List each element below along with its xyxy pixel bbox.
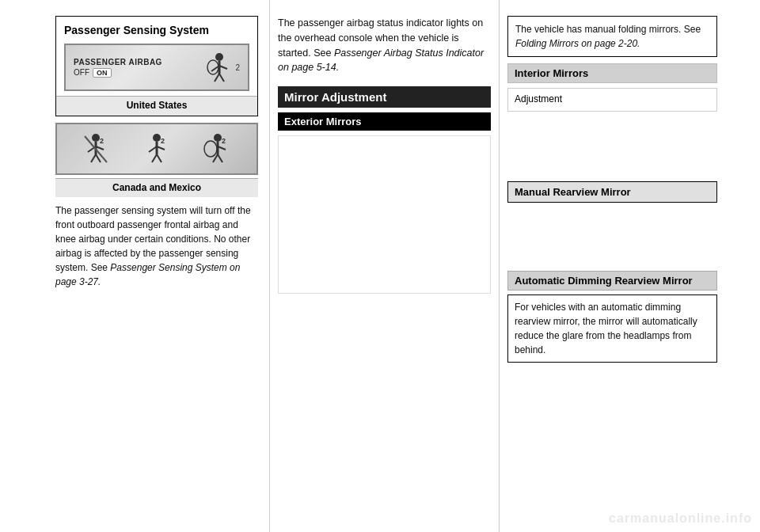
svg-line-11	[91, 154, 96, 162]
manual-rearview-header: Manual Rearview Mirror	[507, 181, 717, 203]
airbag-num: 2	[235, 63, 240, 72]
icon-item-2: 2	[142, 132, 172, 165]
svg-line-4	[215, 74, 219, 82]
svg-text:2: 2	[161, 137, 165, 145]
manual-rearview-content	[507, 207, 717, 271]
adjustment-header: Adjustment	[507, 88, 717, 112]
intro-italic: Passenger Airbag Status Indicator on pag…	[278, 48, 484, 74]
svg-line-19	[152, 154, 157, 162]
svg-point-0	[215, 53, 223, 61]
svg-point-15	[153, 134, 161, 142]
icon-item-3: 2	[203, 132, 233, 165]
svg-text:2: 2	[100, 137, 104, 145]
exterior-mirrors-header: Exterior Mirrors	[278, 112, 491, 131]
mid-column: The passenger airbag status indicator li…	[269, 0, 499, 532]
airbag-icon: 2	[205, 51, 240, 83]
intro-text: The passenger airbag status indicator li…	[278, 16, 491, 75]
icon-item-1: 2	[81, 132, 111, 165]
svg-line-20	[157, 154, 162, 162]
interior-mirrors-header: Interior Mirrors	[507, 63, 717, 83]
auto-dim-text: For vehicles with an automatic dimming r…	[507, 294, 717, 363]
airbag-off-row: OFF ON	[74, 68, 162, 78]
svg-line-5	[219, 74, 224, 82]
canada-label: Canada and Mexico	[55, 178, 258, 197]
airbag-text-block: PASSENGER AIRBAG OFF ON	[74, 58, 162, 78]
svg-line-12	[96, 154, 101, 162]
passenger-sensing-section: Passenger Sensing System PASSENGER AIRBA…	[55, 16, 258, 116]
section-title: Passenger Sensing System	[64, 23, 249, 37]
airbag-on-badge: ON	[93, 68, 112, 78]
airbag-label: PASSENGER AIRBAG	[74, 58, 162, 66]
auto-dim-header: Automatic Dimming Rearview Mirror	[507, 271, 717, 291]
adjustment-content-area	[507, 118, 717, 181]
airbag-off-text: OFF	[74, 68, 89, 77]
right-column: The vehicle has manual folding mirrors. …	[499, 0, 728, 532]
left-body-italic: Passenger Sensing System on page 3-27.	[55, 262, 240, 287]
left-body-text: The passenger sensing system will turn o…	[55, 203, 258, 289]
svg-point-22	[214, 134, 222, 142]
airbag-svg	[205, 51, 234, 83]
airbag-panel-us: PASSENGER AIRBAG OFF ON	[64, 44, 249, 91]
page-container: Passenger Sensing System PASSENGER AIRBA…	[0, 0, 760, 532]
icon-svg-3: 2	[203, 132, 233, 165]
folding-mirrors-box: The vehicle has manual folding mirrors. …	[507, 16, 717, 57]
icon-svg-2: 2	[142, 132, 172, 165]
mirror-adjustment-header: Mirror Adjustment	[278, 86, 491, 108]
folding-italic: Folding Mirrors on page 2-20.	[515, 38, 640, 49]
watermark: carmanualonline.info	[609, 511, 752, 526]
united-states-label: United States	[56, 96, 257, 116]
icon-svg-1: 2	[81, 132, 111, 165]
svg-point-27	[204, 141, 217, 157]
left-column: Passenger Sensing System PASSENGER AIRBA…	[0, 0, 269, 532]
icons-panel-canada: 2 2	[55, 123, 258, 175]
exterior-mirror-image	[278, 135, 491, 294]
svg-text:2: 2	[222, 137, 226, 145]
svg-line-26	[218, 154, 222, 162]
svg-point-7	[92, 134, 100, 142]
